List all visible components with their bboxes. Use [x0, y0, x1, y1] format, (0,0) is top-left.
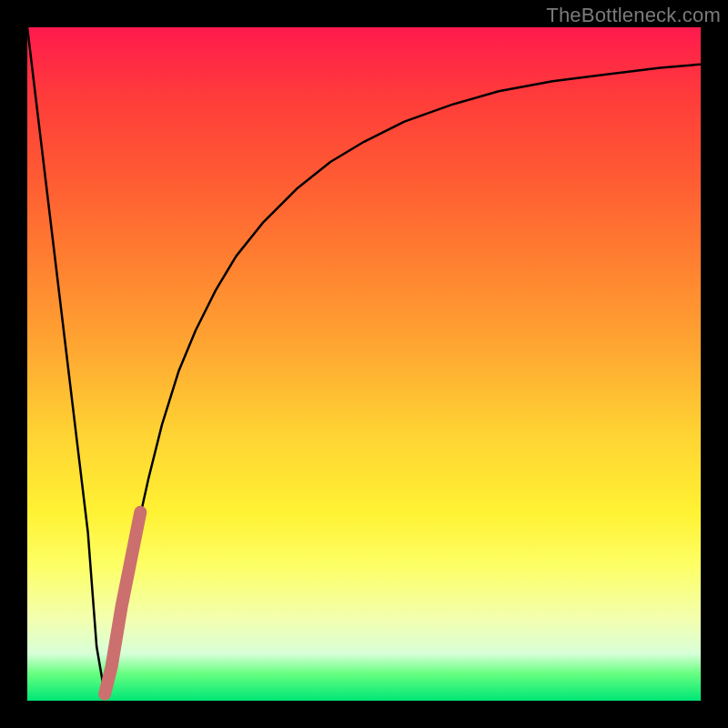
watermark-text: TheBottleneck.com [546, 4, 721, 27]
chart-svg [27, 27, 701, 701]
highlight-segment-path [105, 512, 140, 694]
plot-area [27, 27, 701, 701]
chart-frame: TheBottleneck.com [0, 0, 728, 728]
